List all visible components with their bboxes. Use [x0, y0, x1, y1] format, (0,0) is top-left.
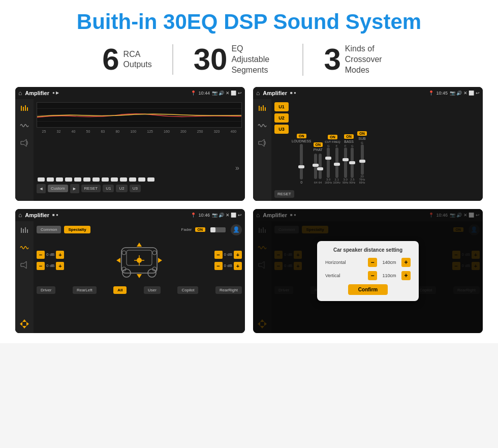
- fader-plus-1[interactable]: +: [56, 251, 64, 259]
- fader-slider-track[interactable]: [210, 227, 226, 232]
- dialog-confirm-button[interactable]: Confirm: [348, 284, 388, 295]
- dialog-horizontal-value: 140cm: [379, 260, 399, 265]
- cv-loudness-on[interactable]: ON: [297, 134, 306, 138]
- fader-rearleft-button[interactable]: RearLeft: [73, 286, 97, 294]
- eq-icon-eq[interactable]: [18, 103, 31, 113]
- fader-minus-2[interactable]: −: [37, 262, 45, 270]
- cv-cutfreq-f-track[interactable]: [335, 147, 338, 178]
- eq-slider-2[interactable]: 0: [46, 177, 55, 182]
- svg-rect-2: [25, 105, 26, 111]
- cv-reset-button[interactable]: RESET: [274, 190, 294, 198]
- fader-db-value-1: 0 dB: [46, 252, 54, 257]
- eq-home-icon: ⌂: [18, 89, 22, 97]
- eq-u2-button[interactable]: U2: [116, 185, 127, 192]
- eq-icon-speaker[interactable]: [18, 138, 31, 148]
- crossover-screen-content: U1 U2 U3 ON LOUDNESS 0: [253, 99, 483, 201]
- fader-main-area: Common Specialty Fader ON 👤: [34, 221, 245, 333]
- fader-db-value-4: 0 dB: [224, 263, 232, 268]
- fader-time: 10:46: [198, 213, 210, 218]
- cv-icon-eq[interactable]: [256, 103, 269, 113]
- stat-number-rca: 6: [102, 44, 119, 75]
- cv-icon-speaker[interactable]: [256, 138, 269, 148]
- fader-db-control-4: − 0 dB +: [214, 262, 242, 270]
- eq-expand-icon[interactable]: »: [233, 164, 242, 172]
- dialog-vertical-minus[interactable]: −: [368, 271, 377, 280]
- cv-phat-track2[interactable]: [319, 154, 322, 179]
- cv-bass-f-track[interactable]: [344, 147, 347, 178]
- cv-sub-on[interactable]: ON: [357, 131, 367, 136]
- fader-app-title: Amplifier: [25, 212, 49, 218]
- fader-specialty-button[interactable]: Specialty: [64, 226, 90, 233]
- fader-slider-thumb[interactable]: [210, 227, 215, 232]
- cv-u3-button[interactable]: U3: [274, 125, 289, 134]
- cv-u2-button[interactable]: U2: [274, 113, 289, 123]
- eq-slider-12[interactable]: 0: [137, 177, 146, 182]
- fader-location-icon: 📍: [191, 213, 196, 218]
- fader-icon-speaker[interactable]: [18, 260, 31, 270]
- eq-slider-11[interactable]: -1: [128, 177, 137, 182]
- cv-phat-track1[interactable]: [314, 154, 317, 179]
- dialog-vertical-plus[interactable]: +: [401, 271, 411, 280]
- cv-app-title: Amplifier: [263, 90, 287, 96]
- fader-plus-3[interactable]: +: [234, 251, 242, 259]
- fader-icon-wave[interactable]: [18, 243, 31, 253]
- dialog-horizontal-minus[interactable]: −: [368, 258, 377, 267]
- eq-slider-4[interactable]: 5: [64, 177, 73, 182]
- eq-slider-13[interactable]: -1: [146, 177, 155, 182]
- eq-slider-10[interactable]: 0: [119, 177, 128, 182]
- fader-on-button[interactable]: ON: [195, 227, 206, 232]
- eq-slider-1[interactable]: 0: [37, 177, 46, 182]
- cv-loudness-track[interactable]: [300, 144, 303, 180]
- eq-curve-area: [37, 102, 242, 128]
- dialog-horizontal-plus[interactable]: +: [401, 258, 411, 267]
- fader-rearright-button[interactable]: RearRight: [215, 286, 242, 294]
- eq-custom-button[interactable]: Custom: [48, 185, 68, 192]
- cv-sub-track[interactable]: [361, 144, 364, 175]
- eq-slider-3[interactable]: 0: [55, 177, 64, 182]
- cv-icon-wave[interactable]: [256, 121, 269, 131]
- eq-slider-8[interactable]: 0: [101, 177, 110, 182]
- fader-screen-content: Common Specialty Fader ON 👤: [15, 221, 245, 333]
- cv-cutfreq-g-track[interactable]: [327, 147, 330, 178]
- cv-u1-button[interactable]: U1: [274, 102, 289, 111]
- eq-prev-button[interactable]: ◄: [37, 184, 46, 193]
- fader-screen: ⌂ Amplifier ■ ● 📍 10:46 📷 🔊 ✕ ⬜ ↩: [15, 209, 245, 333]
- fader-driver-button[interactable]: Driver: [37, 286, 55, 294]
- cv-phat-on[interactable]: ON: [314, 142, 323, 147]
- eq-icon-wave[interactable]: [18, 121, 31, 131]
- eq-reset-button[interactable]: RESET: [81, 185, 101, 192]
- eq-u1-button[interactable]: U1: [103, 185, 114, 192]
- eq-slider-5[interactable]: 0: [73, 177, 82, 182]
- fader-minus-1[interactable]: −: [37, 251, 45, 259]
- stat-text-eq: EQ AdjustableSegments: [231, 44, 282, 75]
- svg-point-29: [122, 251, 126, 255]
- cv-cutfreq-on[interactable]: ON: [328, 135, 337, 139]
- fader-plus-4[interactable]: +: [234, 262, 242, 270]
- dialog-horizontal-controls: − 140cm +: [368, 258, 411, 267]
- fader-user-button[interactable]: User: [144, 286, 161, 294]
- eq-u3-button[interactable]: U3: [130, 185, 141, 192]
- fader-icon-eq[interactable]: [18, 225, 31, 235]
- fader-icon-arrows[interactable]: [18, 319, 31, 329]
- fader-minus-4[interactable]: −: [214, 262, 223, 270]
- eq-slider-6[interactable]: 0: [82, 177, 91, 182]
- eq-status-bar: ⌂ Amplifier ● ▶ 📍 10:44 📷 🔊 ✕ ⬜ ↩: [15, 87, 245, 99]
- fader-db-control-3: − 0 dB +: [214, 251, 242, 259]
- eq-slider-7[interactable]: 0: [91, 177, 101, 182]
- cv-bass-g-track[interactable]: [351, 147, 354, 178]
- fader-home-icon: ⌂: [18, 212, 22, 219]
- eq-next-button[interactable]: ►: [70, 184, 79, 193]
- cv-bass-on[interactable]: ON: [344, 134, 354, 139]
- fader-person-icon[interactable]: 👤: [231, 224, 242, 235]
- cv-sub: ON SUB G 20 70Hz 60Hz: [357, 131, 367, 184]
- fader-common-button[interactable]: Common: [37, 226, 61, 233]
- fader-minus-3[interactable]: −: [214, 251, 223, 259]
- eq-slider-9[interactable]: 0: [110, 177, 119, 182]
- stat-crossover: 3 Kinds ofCrossover Modes: [303, 44, 416, 75]
- svg-marker-35: [116, 258, 120, 263]
- svg-rect-11: [265, 107, 266, 111]
- fader-plus-2[interactable]: +: [56, 262, 64, 270]
- fader-copilot-button[interactable]: Copilot: [177, 286, 198, 294]
- fader-all-button[interactable]: All: [113, 286, 127, 294]
- svg-marker-21: [26, 322, 29, 326]
